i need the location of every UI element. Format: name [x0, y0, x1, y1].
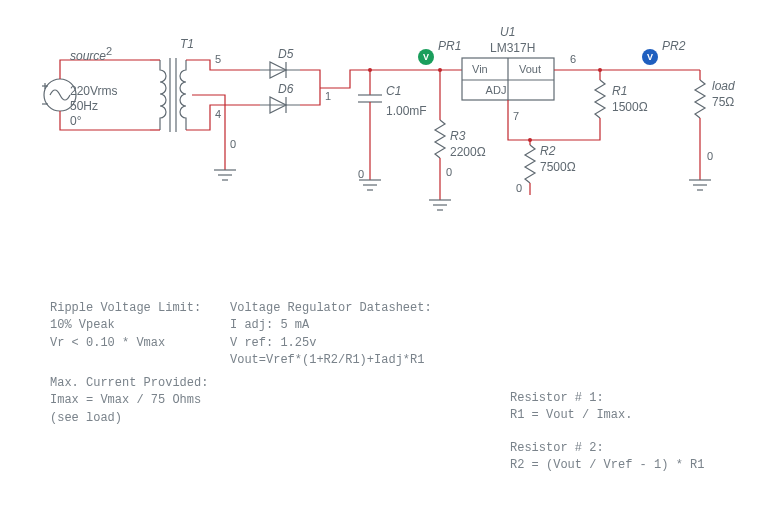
notes-ripple: Ripple Voltage Limit: 10% Vpeak Vr < 0.1… — [50, 300, 201, 352]
transformer — [150, 58, 260, 170]
notes-r2: Resistor # 2: R2 = (Vout / Vref - 1) * R… — [510, 440, 704, 475]
node-r3-0: 0 — [446, 166, 452, 178]
c1-value: 1.00mF — [386, 104, 427, 118]
reg-ref: U1 — [500, 25, 515, 39]
r2-value: 7500Ω — [540, 160, 576, 174]
node-ct-0: 0 — [230, 138, 236, 150]
r1-value: 1500Ω — [612, 100, 648, 114]
resistor-r2 — [525, 140, 535, 195]
source-ref: source — [70, 49, 106, 63]
probe-pr1: V — [418, 49, 434, 65]
load-value: 75Ω — [712, 95, 734, 109]
source-freq: 50Hz — [70, 99, 98, 113]
reg-pin-adj: ADJ — [486, 84, 507, 96]
ground-load — [689, 180, 711, 190]
svg-point-32 — [438, 68, 442, 72]
pr1-ref: PR1 — [438, 39, 461, 53]
notes-r1: Resistor # 1: R1 = Vout / Imax. — [510, 390, 632, 425]
d6-ref: D6 — [278, 82, 294, 96]
svg-point-34 — [528, 138, 532, 142]
node-r2-0: 0 — [516, 182, 522, 194]
transformer-ref: T1 — [180, 37, 194, 51]
node-load-0: 0 — [707, 150, 713, 162]
capacitor-c1 — [358, 70, 382, 180]
load-ref: load — [712, 79, 735, 93]
node-4: 4 — [215, 108, 221, 120]
diode-d6 — [260, 97, 300, 113]
ground-ct — [214, 170, 236, 180]
schematic-canvas: source 220Vrms 50Hz 0° 2 T1 5 4 0 D5 — [0, 0, 769, 260]
c1-ref: C1 — [386, 84, 401, 98]
source-phase: 0° — [70, 114, 82, 128]
r1-ref: R1 — [612, 84, 627, 98]
probe-pr2: V — [642, 49, 658, 65]
svg-point-33 — [598, 68, 602, 72]
node-c1-0: 0 — [358, 168, 364, 180]
source-voltage: 220Vrms — [70, 84, 118, 98]
r3-value: 2200Ω — [450, 145, 486, 159]
d5-ref: D5 — [278, 47, 294, 61]
r3-ref: R3 — [450, 129, 466, 143]
node-6: 6 — [570, 53, 576, 65]
notes-imax: Max. Current Provided: Imax = Vmax / 75 … — [50, 375, 208, 427]
ground-c1 — [359, 180, 381, 190]
node-1: 1 — [325, 90, 331, 102]
reg-part: LM317H — [490, 41, 535, 55]
diode-d5 — [260, 62, 300, 78]
reg-pin-vout: Vout — [519, 63, 541, 75]
svg-text:V: V — [647, 52, 653, 62]
wire-diode-merge — [300, 70, 320, 105]
node-2: 2 — [106, 45, 112, 57]
notes-datasheet: Voltage Regulator Datasheet: I adj: 5 mA… — [230, 300, 432, 370]
ground-r3 — [429, 200, 451, 210]
resistor-r3 — [435, 70, 445, 200]
node-5: 5 — [215, 53, 221, 65]
pr2-ref: PR2 — [662, 39, 686, 53]
svg-point-31 — [368, 68, 372, 72]
node-7: 7 — [513, 110, 519, 122]
svg-text:V: V — [423, 52, 429, 62]
load-resistor — [695, 70, 705, 180]
r2-ref: R2 — [540, 144, 556, 158]
reg-pin-vin: Vin — [472, 63, 488, 75]
